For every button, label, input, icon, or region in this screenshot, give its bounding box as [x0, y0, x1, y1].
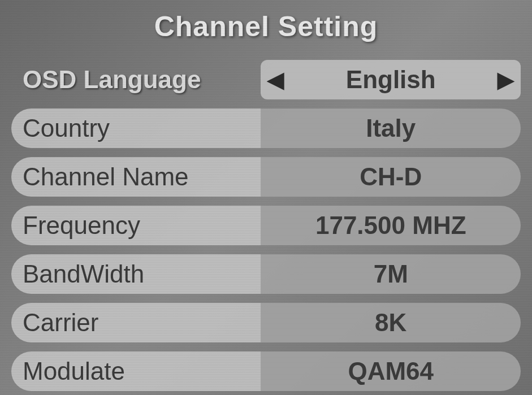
- label-osd-language: OSD Language: [11, 60, 261, 99]
- value-channel-name[interactable]: CH-D: [261, 157, 521, 197]
- label-modulate: Modulate: [11, 351, 261, 391]
- settings-list: OSD Language ◀ English ▶ Country Italy C…: [0, 60, 532, 391]
- arrow-right-icon[interactable]: ▶: [498, 60, 514, 99]
- value-modulate[interactable]: QAM64: [261, 351, 521, 391]
- label-carrier: Carrier: [11, 303, 261, 342]
- row-carrier[interactable]: Carrier 8K: [11, 303, 521, 342]
- value-text-osd-language: English: [346, 66, 436, 94]
- row-frequency[interactable]: Frequency 177.500 MHZ: [11, 206, 521, 245]
- label-channel-name: Channel Name: [11, 157, 261, 197]
- label-frequency: Frequency: [11, 206, 261, 245]
- value-text-carrier: 8K: [375, 309, 406, 337]
- value-carrier[interactable]: 8K: [261, 303, 521, 342]
- value-text-channel-name: CH-D: [360, 163, 422, 191]
- label-bandwidth: BandWidth: [11, 254, 261, 294]
- row-osd-language[interactable]: OSD Language ◀ English ▶: [11, 60, 521, 99]
- row-country[interactable]: Country Italy: [11, 108, 521, 148]
- row-modulate[interactable]: Modulate QAM64: [11, 351, 521, 391]
- row-channel-name[interactable]: Channel Name CH-D: [11, 157, 521, 197]
- value-bandwidth[interactable]: 7M: [261, 254, 521, 294]
- page-title: Channel Setting: [0, 0, 532, 60]
- arrow-left-icon[interactable]: ◀: [267, 60, 284, 99]
- value-text-frequency: 177.500 MHZ: [315, 211, 466, 240]
- value-country[interactable]: Italy: [261, 108, 521, 148]
- row-bandwidth[interactable]: BandWidth 7M: [11, 254, 521, 294]
- value-frequency[interactable]: 177.500 MHZ: [261, 206, 521, 245]
- value-text-country: Italy: [366, 114, 416, 142]
- value-text-modulate: QAM64: [348, 357, 434, 385]
- label-country: Country: [11, 108, 261, 148]
- value-osd-language[interactable]: ◀ English ▶: [261, 60, 521, 99]
- value-text-bandwidth: 7M: [374, 260, 408, 288]
